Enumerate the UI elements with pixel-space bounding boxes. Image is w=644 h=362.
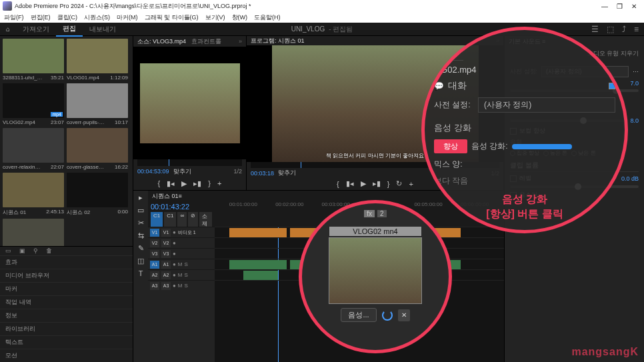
project-edited: - 편집됨 <box>329 25 353 34</box>
progress-pill: 음성... <box>341 308 376 322</box>
panel-row[interactable]: 라이브러리 <box>0 322 133 335</box>
slip-tool[interactable]: ⇆ <box>138 231 144 240</box>
menu-bar: 파일(F) 편집(E) 클립(C) 시퀀스(S) 마커(M) 그래픽 및 타이틀… <box>0 12 644 23</box>
window-min-button[interactable]: — <box>597 3 612 10</box>
ws-tab-import[interactable]: 가져오기 <box>16 23 56 36</box>
insert-button[interactable]: + <box>217 179 221 187</box>
play-button[interactable]: ▶ <box>181 179 187 188</box>
program-timecode[interactable]: 00:03:18 <box>251 170 274 177</box>
preset-menu-icon[interactable]: ⋯ <box>633 69 639 75</box>
panel-row[interactable]: 모션 <box>0 349 133 362</box>
project-clip[interactable]: 3288311-uhd_2560...35:21 <box>3 39 64 81</box>
menu-view[interactable]: 보기(V) <box>205 13 225 22</box>
pen-tool[interactable]: ✎ <box>138 244 144 253</box>
panel-row[interactable]: 효과 <box>0 255 133 269</box>
mark-in-button[interactable]: { <box>158 179 161 187</box>
panel-row[interactable]: 마커 <box>0 282 133 295</box>
effect-controls-tab[interactable]: 효과컨트롤 <box>191 37 221 46</box>
timeline-timecode[interactable]: 00:01:43:22 <box>151 203 189 211</box>
panel-row[interactable]: 정보 <box>0 309 133 322</box>
video-track-header[interactable]: V2V2● <box>148 237 215 248</box>
step-back-button[interactable]: ▮◂ <box>167 179 175 188</box>
workspace-menu-icon[interactable]: ≡ <box>634 25 639 34</box>
project-clip[interactable]: coverr-glasses-and-no...16:22 <box>67 128 128 170</box>
mark-out-button[interactable]: } <box>208 179 211 187</box>
track-select-tool[interactable]: ▭ <box>137 206 144 215</box>
enhance-button[interactable]: 향상 <box>434 139 467 153</box>
program-fit[interactable]: 맞추기 <box>278 169 296 177</box>
video-track-header[interactable]: V3V3● <box>148 248 215 259</box>
clip-label: VLOG02 mn4 <box>329 227 421 236</box>
audio-track-header[interactable]: A2A2●MS <box>148 269 215 280</box>
new-bin-icon[interactable]: ▭ <box>3 247 14 255</box>
trash-icon[interactable]: 🗑 <box>43 247 55 255</box>
menu-file[interactable]: 파일(F) <box>4 13 24 22</box>
panel-menu-icon[interactable]: » <box>239 38 242 45</box>
dialog-checkbox[interactable] <box>609 83 615 89</box>
menu-help[interactable]: 도움말(H) <box>254 13 281 22</box>
project-panel: 3288311-uhd_2560...35:21 VLOG01.mp41:12:… <box>0 36 133 246</box>
menu-edit[interactable]: 편집(E) <box>31 13 51 22</box>
panel-row[interactable]: 미디어 브라우저 <box>0 269 133 282</box>
export-frame-button[interactable]: + <box>409 180 413 188</box>
source-monitor[interactable] <box>133 47 246 159</box>
sequence-tab[interactable]: 시퀀스 01 <box>152 192 179 201</box>
menu-gfx[interactable]: 그래픽 및 타이틀(G) <box>145 13 199 22</box>
hand-tool[interactable]: ◫ <box>137 257 144 265</box>
v2-badge: 2 <box>377 210 387 217</box>
project-clip[interactable]: VLOG01.mp41:12:09 <box>67 39 128 81</box>
audio-track-header[interactable]: A3A3●MS <box>148 280 215 291</box>
project-clip[interactable]: coverr-pupils-walking-...10:17 <box>67 83 128 125</box>
source-scrubber[interactable] <box>137 159 242 166</box>
mark-in-button[interactable]: { <box>337 180 339 188</box>
mark-out-button[interactable]: } <box>387 180 390 188</box>
share-icon[interactable]: ⤴ <box>622 25 626 34</box>
ruler-tick: 00:02:00:00 <box>275 201 303 207</box>
loop-button[interactable]: ↻ <box>396 179 402 188</box>
window-close-button[interactable]: ✕ <box>627 3 641 10</box>
find-icon[interactable]: ⚲ <box>31 247 41 255</box>
program-tab[interactable]: 프로그램: 시퀀스 01 <box>251 37 305 45</box>
clip-thumbnail[interactable]: VLOG02 mn4 <box>329 237 422 304</box>
source-transport: { ▮◂ ▶ ▸▮ } + <box>133 177 246 190</box>
full-screen-icon[interactable]: ⬚ <box>607 25 614 34</box>
project-clip[interactable]: 시퀀스 012:45:13 <box>3 173 64 216</box>
panel-row[interactable]: 작업 내역 <box>0 295 133 309</box>
project-clip[interactable]: 시퀀스 020:00 <box>67 173 128 216</box>
source-tab[interactable]: 소스: VLOG3.mp4 <box>137 37 186 46</box>
clip-segment[interactable] <box>229 228 287 237</box>
menu-seq[interactable]: 시퀀스(S) <box>84 13 110 22</box>
home-button[interactable]: ⌂ <box>0 25 16 33</box>
audio-track-header[interactable]: A1A1●MS <box>148 259 215 269</box>
step-fwd-button[interactable]: ▸▮ <box>193 179 201 188</box>
menu-clip[interactable]: 클립(C) <box>57 13 78 22</box>
clip-segment[interactable] <box>229 260 287 269</box>
menu-marker[interactable]: 마커(M) <box>117 13 138 22</box>
step-fwd-button[interactable]: ▸▮ <box>373 179 381 188</box>
quick-export-icon[interactable]: ☰ <box>591 25 599 34</box>
source-fit[interactable]: 맞추기 <box>173 167 191 176</box>
project-clip[interactable]: VLOG03.mp418:12 <box>3 219 64 246</box>
lower-panel-list: 효과미디어 브라우저마커작업 내역정보라이브러리텍스트모션 <box>0 255 133 362</box>
razor-tool[interactable]: ✂ <box>138 219 144 227</box>
menu-window[interactable]: 창(W) <box>232 13 248 22</box>
new-item-icon[interactable]: ▣ <box>17 247 28 255</box>
level-db: 0.0 dB <box>621 175 639 182</box>
enhance-toggle[interactable] <box>512 144 572 149</box>
project-clip[interactable]: coverr-relaxing-beach-...22:07 <box>3 128 64 170</box>
cal-preset-dropdown[interactable]: (사용자 정의) <box>478 97 615 113</box>
step-back-button[interactable]: ▮◂ <box>346 179 354 188</box>
ws-tab-edit[interactable]: 편집 <box>56 22 83 37</box>
project-clip[interactable]: mp4 VLOG02.mp423:07 <box>3 83 64 125</box>
panel-row[interactable]: 텍스트 <box>0 335 133 349</box>
ws-tab-export[interactable]: 내보내기 <box>83 23 123 36</box>
video-track-header[interactable]: V1V1●비디오 1 <box>148 227 215 237</box>
selection-tool[interactable]: ▸ <box>139 193 143 202</box>
source-timecode[interactable]: 00:04:53:09 <box>137 168 169 175</box>
clip-segment[interactable] <box>243 271 278 280</box>
play-button[interactable]: ▶ <box>361 179 366 188</box>
cancel-button[interactable]: ✕ <box>398 309 410 321</box>
source-resolution[interactable]: 1/2 <box>233 168 242 175</box>
type-tool[interactable]: T <box>139 269 143 277</box>
window-max-button[interactable]: ❐ <box>612 3 627 10</box>
